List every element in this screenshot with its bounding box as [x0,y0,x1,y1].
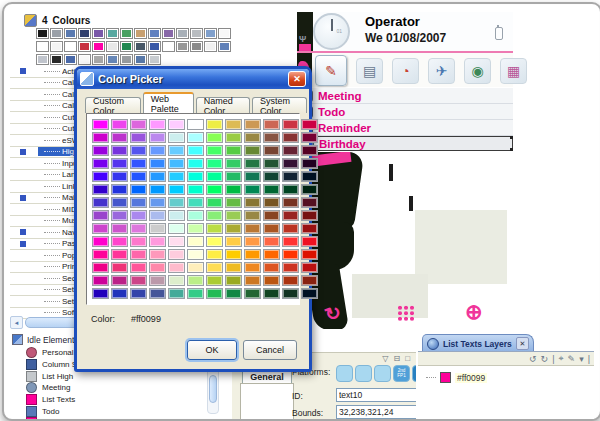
palette-colour-cell[interactable] [111,210,128,221]
dropdown-arrow-icon[interactable]: ▾ [579,354,584,364]
palette-colour-cell[interactable] [168,132,185,143]
colour-swatch[interactable] [92,28,105,39]
palette-colour-cell[interactable] [244,210,261,221]
palette-colour-cell[interactable] [206,249,223,260]
palette-colour-cell[interactable] [130,262,147,273]
palette-colour-cell[interactable] [263,288,280,299]
palette-colour-cell[interactable] [263,262,280,273]
platform-chip[interactable] [374,365,391,382]
palette-colour-cell[interactable] [244,275,261,286]
palette-colour-cell[interactable] [149,210,166,221]
palette-colour-cell[interactable] [282,236,299,247]
colour-swatch[interactable] [106,41,119,52]
palette-colour-cell[interactable] [206,119,223,130]
idle-tree-item[interactable]: List Texts [26,417,206,421]
colour-swatch[interactable] [204,28,217,39]
platform-chip[interactable]: 2nd FP1 [393,365,410,382]
colour-swatch[interactable] [148,54,161,65]
dialog-tab-web-palette[interactable]: Web Palette [143,92,194,113]
colour-swatch[interactable] [120,41,133,52]
palette-colour-cell[interactable] [263,236,280,247]
palette-colour-cell[interactable] [168,288,185,299]
palette-colour-cell[interactable] [282,262,299,273]
palette-colour-cell[interactable] [111,275,128,286]
palette-colour-cell[interactable] [130,275,147,286]
palette-colour-cell[interactable] [168,171,185,182]
palette-colour-cell[interactable] [168,210,185,221]
palette-colour-cell[interactable] [282,119,299,130]
selection-handle[interactable] [510,136,513,139]
palette-colour-cell[interactable] [92,236,109,247]
scrollbar-thumb[interactable] [209,375,217,403]
palette-colour-cell[interactable] [92,223,109,234]
colour-swatch[interactable] [106,54,119,65]
palette-colour-cell[interactable] [92,132,109,143]
palette-colour-cell[interactable] [206,236,223,247]
colour-swatch[interactable] [92,54,105,65]
palette-colour-cell[interactable] [130,171,147,182]
palette-colour-cell[interactable] [92,171,109,182]
palette-colour-cell[interactable] [92,288,109,299]
palette-colour-cell[interactable] [225,249,242,260]
palette-colour-cell[interactable] [130,210,147,221]
palette-colour-cell[interactable] [263,223,280,234]
colour-swatch[interactable] [50,54,63,65]
maximize-icon[interactable]: □ [405,354,410,363]
palette-colour-cell[interactable] [282,223,299,234]
scroll-left-arrow-icon[interactable]: ◂ [10,316,23,329]
palette-colour-cell[interactable] [206,171,223,182]
palette-colour-cell[interactable] [130,132,147,143]
palette-colour-cell[interactable] [301,197,318,208]
close-icon[interactable]: ✕ [516,337,529,350]
palette-colour-cell[interactable] [149,132,166,143]
phone-list-item[interactable]: Todo [297,104,513,120]
palette-colour-cell[interactable] [263,197,280,208]
palette-colour-cell[interactable] [263,119,280,130]
palette-colour-cell[interactable] [263,145,280,156]
colour-swatch[interactable] [218,41,231,52]
colour-swatch[interactable] [190,28,203,39]
palette-colour-cell[interactable] [263,132,280,143]
palette-colour-cell[interactable] [92,119,109,130]
palette-colour-cell[interactable] [301,275,318,286]
palette-colour-cell[interactable] [225,119,242,130]
log-icon[interactable]: ✎ [315,55,347,86]
horizontal-scrollbar[interactable]: ◂ [10,316,79,329]
palette-colour-cell[interactable] [111,158,128,169]
palette-colour-cell[interactable] [244,158,261,169]
colour-swatch[interactable] [78,54,91,65]
colour-swatch[interactable] [36,41,49,52]
palette-colour-cell[interactable] [244,223,261,234]
palette-colour-cell[interactable] [282,158,299,169]
palette-colour-cell[interactable] [282,275,299,286]
edit-icon[interactable]: ✎ [568,354,576,364]
palette-colour-cell[interactable] [187,184,204,195]
palette-colour-cell[interactable] [206,223,223,234]
colour-swatch[interactable] [120,54,133,65]
palette-colour-cell[interactable] [168,249,185,260]
colour-swatch[interactable] [106,28,119,39]
palette-colour-cell[interactable] [301,184,318,195]
id-field[interactable] [336,388,416,402]
palette-colour-cell[interactable] [187,119,204,130]
palette-colour-cell[interactable] [149,184,166,195]
colour-swatch[interactable] [50,28,63,39]
palette-colour-cell[interactable] [282,288,299,299]
palette-colour-cell[interactable] [187,249,204,260]
palette-colour-cell[interactable] [301,132,318,143]
colour-swatch[interactable] [134,41,147,52]
palette-colour-cell[interactable] [282,210,299,221]
phone-list-item[interactable]: Meeting [297,88,513,104]
palette-colour-cell[interactable] [187,275,204,286]
palette-colour-cell[interactable] [206,132,223,143]
palette-colour-cell[interactable] [301,262,318,273]
dialog-tab-named-color[interactable]: Named Color [196,97,250,113]
phone-list-item[interactable]: Reminder [297,120,513,136]
palette-colour-cell[interactable] [92,145,109,156]
palette-colour-cell[interactable] [225,132,242,143]
palette-colour-cell[interactable] [263,210,280,221]
palette-colour-cell[interactable] [206,210,223,221]
palette-colour-cell[interactable] [149,249,166,260]
palette-colour-cell[interactable] [149,275,166,286]
palette-colour-cell[interactable] [111,145,128,156]
